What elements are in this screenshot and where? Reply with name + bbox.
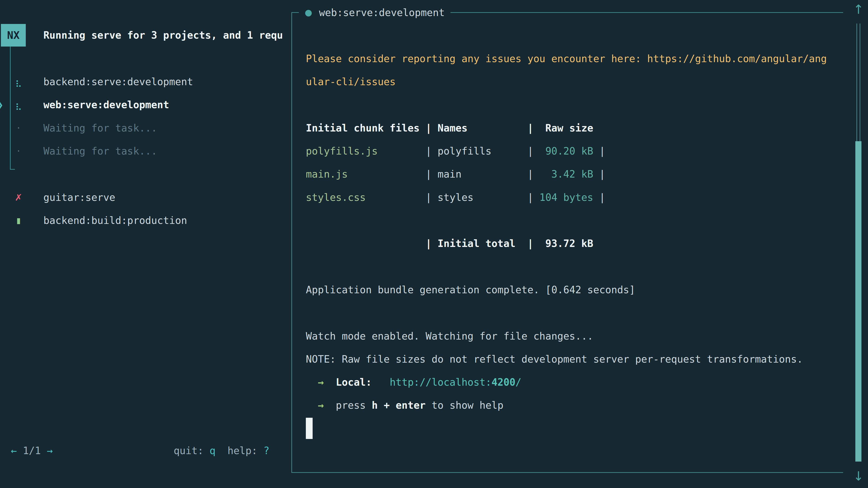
log-line [306,255,844,278]
hint-label: help: [216,445,264,456]
spinner-icon: ⣆ [13,93,24,116]
page-next-arrow[interactable]: → [47,445,53,456]
log-text: | [378,145,438,157]
log-text: Please consider reporting any issues you… [306,53,827,64]
log-text: ular-cli/issues [306,76,396,88]
hint-key: q [210,445,216,456]
log-line: | Initial total | 93.72 kB [306,232,844,255]
log-text [306,399,318,411]
log-line: Application bundle generation complete. … [306,278,844,301]
log-text: 90.20 kB [539,145,593,157]
task-item[interactable]: ✗guitar:serve [0,186,291,209]
log-line: Initial chunk files | Names | Raw size [306,117,844,140]
localhost-link[interactable]: 4200 [491,377,515,388]
task-item[interactable]: ·Waiting for task... [0,117,291,140]
log-line: ular-cli/issues [306,70,844,93]
localhost-link[interactable]: http://localhost: [390,377,491,388]
spinner-icon: ⣆ [13,70,24,93]
page-indicator-value: 1/1 [23,445,41,456]
square-icon: ▮ [13,209,24,232]
arrow-icon: → [318,399,324,411]
log-text: main [438,168,462,180]
selected-task-chevron-icon: ❯ [0,93,8,116]
log-line [306,417,844,440]
log-text: | [473,192,539,203]
log-line [306,94,844,117]
log-text: polyfills.js [306,145,378,157]
log-text: Application bundle generation complete. … [306,284,635,295]
log-text: | [366,192,438,203]
terminal-output: Please consider reporting any issues you… [306,47,844,440]
terminal-cursor [306,418,313,439]
task-label: backend:build:production [43,209,187,232]
log-text [324,377,336,388]
task-item[interactable]: ⣆web:serve:development [0,93,291,116]
output-panel-title-text: web:serve:development [319,7,445,18]
log-text: styles.css [306,192,366,203]
hint-key: ? [264,445,270,456]
spacer [41,445,47,456]
task-label: web:serve:development [43,93,169,116]
log-text [372,377,390,388]
pagination: ← 1/1 → [11,439,53,462]
page-indicator [17,445,23,456]
output-panel-border-bottom [291,472,843,473]
page-prev-arrow[interactable]: ← [11,445,17,456]
arrow-icon: → [318,377,324,388]
run-summary-title: Running serve for 3 projects, and 1 requ [43,24,283,47]
log-text [324,399,336,411]
log-line [306,301,844,324]
log-text: | [491,145,539,157]
scrollbar-thumb[interactable] [855,141,862,462]
log-text: to show help [426,399,503,411]
scrollbar-track[interactable] [857,24,860,142]
log-text: | [462,168,539,180]
log-line: Please consider reporting any issues you… [306,47,844,70]
task-label: Waiting for task... [43,140,157,163]
log-text: Initial chunk files | Names | Raw size [306,122,593,134]
output-panel-border-left [291,12,292,473]
dot-icon: · [13,117,24,140]
log-text [306,377,318,388]
nx-logo: NX [1,24,26,46]
log-text: press [336,399,372,411]
task-item[interactable]: ⣆backend:serve:development [0,70,291,93]
cross-icon: ✗ [13,186,24,209]
task-label: guitar:serve [43,186,115,209]
log-text: styles [438,192,473,203]
log-line: → press h + enter to show help [306,394,844,417]
log-line: → Local: http://localhost:4200/ [306,371,844,394]
log-text: main.js [306,168,348,180]
log-line [306,209,844,232]
log-text: Watch mode enabled. Watching for file ch… [306,330,593,342]
task-label: backend:serve:development [43,70,193,93]
log-text: 3.42 kB [539,168,593,180]
task-status-dot-icon: ● [305,7,312,18]
task-item[interactable]: ·Waiting for task... [0,140,291,163]
hint-label: quit: [174,445,210,456]
task-label: Waiting for task... [43,117,157,140]
scroll-down-arrow-icon[interactable]: ↓ [852,469,865,483]
keyboard-hints: quit: q help: ? [158,439,270,462]
log-text: | [593,145,605,157]
log-text: 104 bytes [539,192,593,203]
log-text: h + enter [372,399,426,411]
log-line: Watch mode enabled. Watching for file ch… [306,325,844,348]
log-text: NOTE: Raw file sizes do not reflect deve… [306,353,803,365]
task-list-panel: NX Running serve for 3 projects, and 1 r… [0,0,291,488]
scroll-up-arrow-icon[interactable]: ↑ [852,3,865,16]
log-text: | [593,168,605,180]
output-panel-title: ● web:serve:development [299,2,451,23]
task-item[interactable]: ▮backend:build:production [0,209,291,232]
log-line: styles.css | styles | 104 bytes | [306,186,844,209]
log-text: | [348,168,437,180]
log-text: Local: [336,377,372,388]
log-line: NOTE: Raw file sizes do not reflect deve… [306,348,844,371]
dot-icon: · [13,140,24,163]
localhost-link[interactable]: / [515,377,522,388]
log-line: polyfills.js | polyfills | 90.20 kB | [306,140,844,163]
log-text: | Initial total | 93.72 kB [306,238,593,249]
log-line: main.js | main | 3.42 kB | [306,163,844,186]
log-text: | [593,192,605,203]
log-text: polyfills [438,145,491,157]
